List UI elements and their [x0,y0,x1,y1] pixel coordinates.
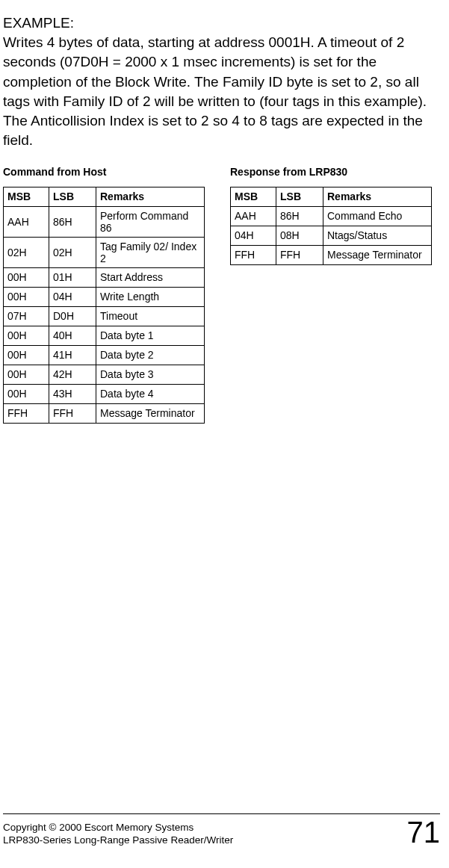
table-row: 02H02HTag Family 02/ Index 2 [4,237,205,267]
cell-msb: 07H [4,306,49,326]
cell-msb: AAH [231,206,276,226]
cell-rem: Data byte 2 [96,345,205,365]
table-header-row: MSB LSB Remarks [4,187,205,206]
table-header-row: MSB LSB Remarks [231,187,432,206]
header-remarks: Remarks [96,187,205,206]
table-row: 04H08HNtags/Status [231,226,432,245]
cell-msb: 00H [4,345,49,365]
header-lsb: LSB [49,187,96,206]
cell-msb: 00H [4,384,49,403]
example-heading: EXAMPLE: Writes 4 bytes of data, startin… [3,13,440,151]
header-lsb: LSB [276,187,323,206]
page-number: 71 [407,817,441,847]
cell-lsb: 02H [49,237,96,267]
cell-lsb: 08H [276,226,323,245]
left-column: Command from Host MSB LSB Remarks AAH86H… [3,161,205,424]
cell-lsb: FFH [276,245,323,264]
command-table-body: AAH86HPerform Command 8602H02HTag Family… [4,206,205,423]
cell-rem: Data byte 4 [96,384,205,403]
cell-lsb: 86H [276,206,323,226]
header-msb: MSB [4,187,49,206]
table-row: 00H42HData byte 3 [4,365,205,384]
cell-msb: 00H [4,326,49,345]
cell-rem: Message Terminator [96,403,205,423]
cell-lsb: FFH [49,403,96,423]
table-row: 00H40HData byte 1 [4,326,205,345]
cell-rem: Perform Command 86 [96,206,205,237]
table-row: AAH86HPerform Command 86 [4,206,205,237]
body-text: Writes 4 bytes of data, starting at addr… [3,34,427,148]
cell-msb: 00H [4,287,49,306]
footer-line2: LRP830-Series Long-Range Passive Reader/… [3,834,233,847]
cell-msb: FFH [231,245,276,264]
header-remarks: Remarks [323,187,432,206]
cell-rem: Data byte 3 [96,365,205,384]
table-row: FFHFFHMessage Terminator [4,403,205,423]
footer-line1: Copyright © 2000 Escort Memory Systems [3,822,233,834]
page: EXAMPLE: Writes 4 bytes of data, startin… [0,0,449,424]
command-table: MSB LSB Remarks AAH86HPerform Command 86… [3,187,205,424]
cell-rem: Ntags/Status [323,226,432,245]
cell-lsb: 43H [49,384,96,403]
cell-rem: Message Terminator [323,245,432,264]
table-row: 00H41HData byte 2 [4,345,205,365]
cell-lsb: 01H [49,267,96,287]
cell-rem: Data byte 1 [96,326,205,345]
cell-lsb: D0H [49,306,96,326]
cell-msb: 00H [4,267,49,287]
cell-lsb: 42H [49,365,96,384]
cell-lsb: 04H [49,287,96,306]
example-label: EXAMPLE: [3,13,440,33]
left-title: Command from Host [3,166,205,178]
cell-rem: Timeout [96,306,205,326]
cell-msb: 04H [231,226,276,245]
table-row: 07HD0HTimeout [4,306,205,326]
response-table: MSB LSB Remarks AAH86HCommand Echo04H08H… [230,187,432,265]
footer-text: Copyright © 2000 Escort Memory Systems L… [3,822,233,847]
cell-msb: AAH [4,206,49,237]
right-column: Response from LRP830 MSB LSB Remarks AAH… [230,161,432,424]
cell-msb: 02H [4,237,49,267]
cell-lsb: 86H [49,206,96,237]
columns: Command from Host MSB LSB Remarks AAH86H… [3,161,440,424]
table-row: 00H43HData byte 4 [4,384,205,403]
table-row: 00H04HWrite Length [4,287,205,306]
cell-rem: Command Echo [323,206,432,226]
table-row: AAH86HCommand Echo [231,206,432,226]
header-msb: MSB [231,187,276,206]
response-table-body: AAH86HCommand Echo04H08HNtags/StatusFFHF… [231,206,432,264]
cell-rem: Write Length [96,287,205,306]
cell-msb: 00H [4,365,49,384]
table-row: 00H01HStart Address [4,267,205,287]
cell-rem: Start Address [96,267,205,287]
footer: Copyright © 2000 Escort Memory Systems L… [3,813,440,847]
cell-lsb: 40H [49,326,96,345]
cell-msb: FFH [4,403,49,423]
cell-rem: Tag Family 02/ Index 2 [96,237,205,267]
right-title: Response from LRP830 [230,166,432,178]
cell-lsb: 41H [49,345,96,365]
table-row: FFHFFHMessage Terminator [231,245,432,264]
